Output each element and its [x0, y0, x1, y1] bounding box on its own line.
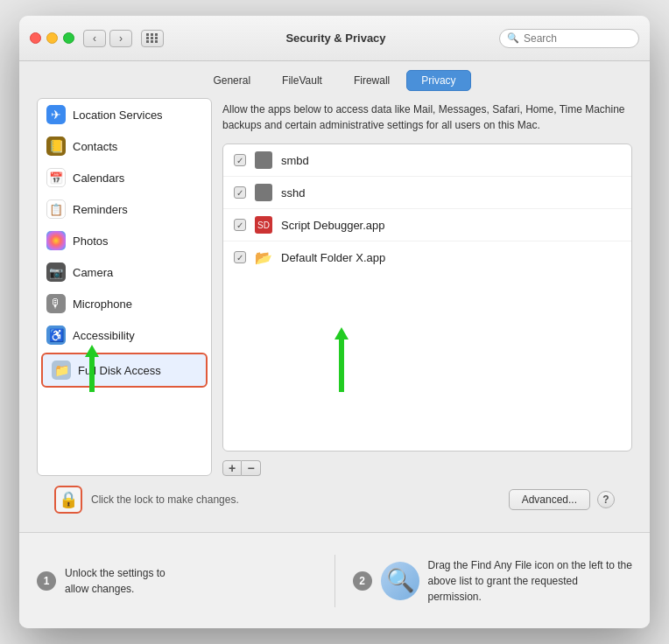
lock-text: Click the lock to make changes.: [91, 494, 239, 506]
sidebar-item-photos[interactable]: Photos: [38, 225, 211, 256]
traffic-lights: [30, 32, 74, 44]
sidebar-arrow-shaft: [89, 357, 95, 392]
content-pane: ✈ Location Services 📒 Contacts 📅 Calenda…: [37, 98, 632, 476]
list-controls: + −: [222, 460, 632, 476]
app-icon-sshd: [255, 184, 272, 201]
main-arrow-head: [334, 327, 349, 340]
photos-icon: [46, 231, 66, 250]
sidebar-item-camera[interactable]: 📷 Camera: [38, 256, 211, 288]
app-list: smbd sshd SD Script Debugger.app �: [222, 144, 632, 452]
help-button[interactable]: ?: [597, 491, 615, 508]
main-content: ✈ Location Services 📒 Contacts 📅 Calenda…: [19, 98, 650, 532]
step2-number: 2: [353, 571, 372, 591]
add-button[interactable]: +: [222, 460, 242, 476]
location-icon: ✈: [46, 105, 66, 124]
sidebar-label-calendars: Calendars: [73, 172, 124, 185]
footer-separator: [334, 555, 335, 607]
description-text: Allow the apps below to access data like…: [222, 98, 632, 136]
step1-number: 1: [37, 571, 56, 591]
remove-button[interactable]: −: [242, 460, 261, 476]
fulldisk-icon: 📁: [52, 360, 71, 380]
table-row: SD Script Debugger.app: [223, 209, 631, 242]
back-button[interactable]: ‹: [83, 30, 106, 47]
app-name-defaultfolder: Default Folder X.app: [281, 251, 385, 264]
tab-firewall[interactable]: Firewall: [339, 70, 405, 91]
table-row: smbd: [223, 144, 631, 177]
advanced-button[interactable]: Advanced...: [509, 489, 590, 510]
app-name-smbd: smbd: [281, 154, 309, 167]
sidebar-item-microphone[interactable]: 🎙 Microphone: [38, 288, 211, 319]
camera-icon: 📷: [46, 262, 66, 282]
contacts-icon: 📒: [46, 136, 66, 156]
tab-general[interactable]: General: [198, 70, 265, 91]
sidebar-item-location[interactable]: ✈ Location Services: [38, 99, 211, 130]
accessibility-icon: ♿: [46, 326, 66, 345]
app-name-sshd: sshd: [281, 186, 305, 200]
sidebar-label-accessibility: Accessibility: [73, 329, 135, 342]
step2-text: Drag the Find Any File icon on the left …: [428, 557, 633, 605]
calendars-icon: 📅: [46, 168, 66, 187]
footer-step1: 1 Unlock the settings toallow changes.: [37, 565, 317, 597]
sidebar-item-contacts[interactable]: 📒 Contacts: [38, 130, 211, 162]
table-row: sshd: [223, 177, 631, 209]
close-button[interactable]: [30, 32, 41, 44]
app-icon-defaultfolder: 📂: [255, 248, 272, 266]
table-row: 📂 Default Folder X.app: [223, 242, 631, 273]
sidebar-label-contacts: Contacts: [73, 140, 117, 153]
app-icon-smbd: [255, 151, 272, 169]
sidebar-item-reminders[interactable]: 📋 Reminders: [38, 193, 211, 225]
forward-button[interactable]: ›: [109, 30, 132, 47]
grid-button[interactable]: [141, 30, 164, 47]
footer: 1 Unlock the settings toallow changes. 2…: [19, 532, 650, 628]
maximize-button[interactable]: [63, 32, 74, 44]
checkbox-scriptdebugger[interactable]: [234, 219, 246, 231]
step1-text: Unlock the settings toallow changes.: [65, 565, 165, 597]
titlebar: ‹ › Security & Privacy 🔍: [19, 16, 650, 61]
grid-icon: [146, 33, 158, 43]
tab-filevault[interactable]: FileVault: [267, 70, 337, 91]
footer-step2: 2 🔍 Drag the Find Any File icon on the l…: [353, 557, 633, 605]
window-title: Security & Privacy: [173, 32, 499, 45]
tab-privacy[interactable]: Privacy: [406, 70, 470, 91]
sidebar-label-location: Location Services: [73, 108, 163, 122]
bottom-bar: 🔒 Click the lock to make changes. Advanc…: [37, 476, 632, 523]
main-arrow-shaft: [339, 340, 344, 392]
right-pane: Allow the apps below to access data like…: [222, 98, 632, 476]
sidebar-label-photos: Photos: [73, 234, 108, 248]
main-window: ‹ › Security & Privacy 🔍 General FileVau…: [19, 16, 650, 628]
sidebar: ✈ Location Services 📒 Contacts 📅 Calenda…: [37, 98, 212, 476]
lock-area: 🔒 Click the lock to make changes.: [54, 486, 239, 514]
sidebar-label-camera: Camera: [73, 266, 113, 279]
sidebar-item-calendars[interactable]: 📅 Calendars: [38, 162, 211, 193]
app-name-scriptdebugger: Script Debugger.app: [281, 219, 385, 232]
find-file-icon: 🔍: [381, 562, 419, 600]
minimize-button[interactable]: [46, 32, 58, 44]
sidebar-label-microphone: Microphone: [73, 298, 132, 311]
sidebar-label-reminders: Reminders: [73, 203, 128, 216]
search-input[interactable]: [524, 32, 629, 45]
checkbox-smbd[interactable]: [234, 154, 246, 166]
checkbox-sshd[interactable]: [234, 186, 246, 199]
nav-buttons: ‹ ›: [83, 30, 132, 47]
checkbox-defaultfolder[interactable]: [234, 251, 246, 263]
reminders-icon: 📋: [46, 200, 66, 219]
search-box[interactable]: 🔍: [499, 29, 639, 48]
search-icon: 🔍: [507, 32, 519, 44]
sidebar-item-fulldisk[interactable]: 📁 Full Disk Access: [41, 353, 208, 388]
sidebar-item-accessibility[interactable]: ♿ Accessibility: [38, 319, 211, 351]
sidebar-arrow-head: [85, 345, 99, 357]
lock-icon[interactable]: 🔒: [54, 486, 82, 514]
app-icon-scriptdebugger: SD: [255, 216, 272, 234]
tabs-row: General FileVault Firewall Privacy: [19, 61, 650, 98]
right-actions: Advanced... ?: [509, 489, 615, 510]
microphone-icon: 🎙: [46, 294, 66, 313]
